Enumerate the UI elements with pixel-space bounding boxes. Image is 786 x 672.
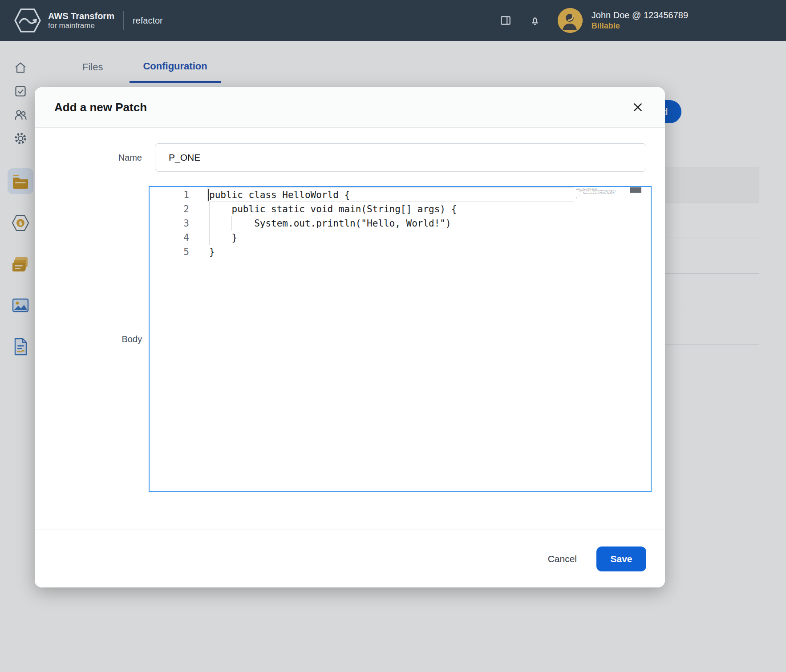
avatar[interactable]: [558, 8, 583, 33]
side-panel-toggle-button[interactable]: [500, 15, 511, 26]
name-label: Name: [35, 153, 142, 163]
brand-subtitle: for mainframe: [48, 21, 114, 30]
modal-title: Add a new Patch: [54, 101, 147, 114]
line-number: 1: [150, 188, 189, 202]
bell-icon: [529, 15, 541, 26]
aws-transform-logo-icon: [13, 6, 42, 35]
brand: AWS Transform for mainframe: [48, 11, 114, 30]
code-line: System.out.println("Hello, World!"): [209, 216, 651, 231]
brand-title: AWS Transform: [48, 11, 114, 21]
line-number: 3: [150, 216, 189, 231]
line-number: 2: [150, 202, 189, 216]
notifications-button[interactable]: [529, 15, 541, 26]
body-code-editor[interactable]: 1 2 3 4 5 public class HelloWorld { publ…: [149, 186, 652, 492]
app-header: AWS Transform for mainframe refactor Joh…: [0, 0, 786, 41]
cancel-button[interactable]: Cancel: [548, 554, 577, 564]
indent-guide: [231, 216, 232, 231]
line-number: 5: [150, 245, 189, 259]
editor-gutter: 1 2 3 4 5: [150, 187, 189, 491]
user-info[interactable]: John Doe @ 123456789 Billable: [592, 9, 688, 31]
minimap-line: }: [576, 196, 626, 198]
editor-code-area[interactable]: public class HelloWorld { public static …: [209, 187, 651, 491]
product-name: refactor: [133, 16, 163, 26]
save-button[interactable]: Save: [596, 547, 646, 571]
name-field-row: Name: [35, 143, 665, 172]
add-patch-modal: Add a new Patch Name Body 1 2 3 4 5: [35, 87, 665, 587]
code-line: }: [209, 245, 651, 259]
billable-badge: Billable: [592, 21, 688, 31]
modal-footer: Cancel Save: [35, 530, 665, 587]
modal-header: Add a new Patch: [35, 87, 665, 128]
text-cursor: [208, 189, 209, 201]
close-button[interactable]: [630, 100, 645, 115]
body-label: Body: [35, 334, 142, 344]
header-divider: [123, 11, 124, 30]
indent-guide: [209, 202, 210, 245]
body-field-row: Body 1 2 3 4 5 public class HelloWorld {…: [35, 186, 665, 492]
editor-minimap[interactable]: public class HelloWorld { public static …: [576, 188, 629, 206]
side-panel-icon: [500, 15, 511, 26]
user-name: John Doe @ 123456789: [592, 9, 688, 21]
close-icon: [632, 101, 644, 113]
code-line: }: [209, 231, 651, 245]
minimap-slider[interactable]: [630, 187, 641, 193]
name-input[interactable]: [155, 143, 646, 172]
line-number: 4: [150, 231, 189, 245]
